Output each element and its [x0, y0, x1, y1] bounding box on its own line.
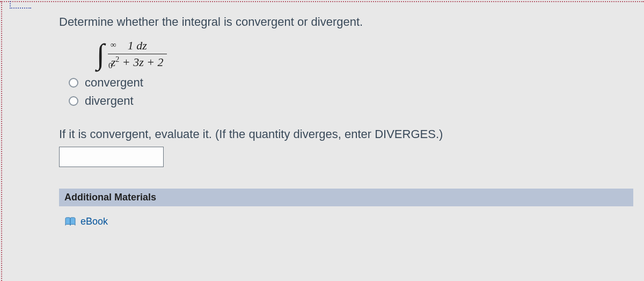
- dotted-corner-decor: [10, 1, 31, 9]
- ebook-link[interactable]: eBook: [64, 216, 633, 227]
- option-divergent[interactable]: divergent: [69, 94, 633, 108]
- answer-input[interactable]: [59, 147, 164, 167]
- radio-icon[interactable]: [69, 78, 78, 88]
- book-icon: [64, 217, 76, 227]
- dotted-border-left: [1, 1, 5, 281]
- fraction-numerator: 1 dz: [126, 39, 149, 54]
- additional-materials-header: Additional Materials: [59, 189, 633, 206]
- followup-prompt: If it is convergent, evaluate it. (If th…: [59, 127, 633, 141]
- integral-expression: ∫ 0 ∞ 1 dz z2 + 3z + 2: [97, 39, 633, 69]
- fraction: 1 dz z2 + 3z + 2: [108, 39, 167, 69]
- option-convergent[interactable]: convergent: [69, 76, 633, 90]
- fraction-denominator: z2 + 3z + 2: [108, 54, 167, 69]
- denominator-rest: + 3z + 2: [119, 55, 163, 69]
- dotted-border-top: [0, 1, 644, 5]
- question-prompt: Determine whether the integral is conver…: [59, 15, 633, 29]
- ebook-label: eBook: [80, 216, 108, 227]
- option-label: divergent: [85, 94, 134, 108]
- integral-sign: ∫ 0 ∞: [97, 40, 105, 69]
- integral-upper-bound: ∞: [111, 41, 116, 49]
- options-group: convergent divergent: [69, 76, 633, 108]
- integral-lower-bound: 0: [108, 62, 113, 70]
- question-content: Determine whether the integral is conver…: [59, 15, 633, 227]
- option-label: convergent: [85, 76, 143, 90]
- radio-icon[interactable]: [69, 96, 78, 106]
